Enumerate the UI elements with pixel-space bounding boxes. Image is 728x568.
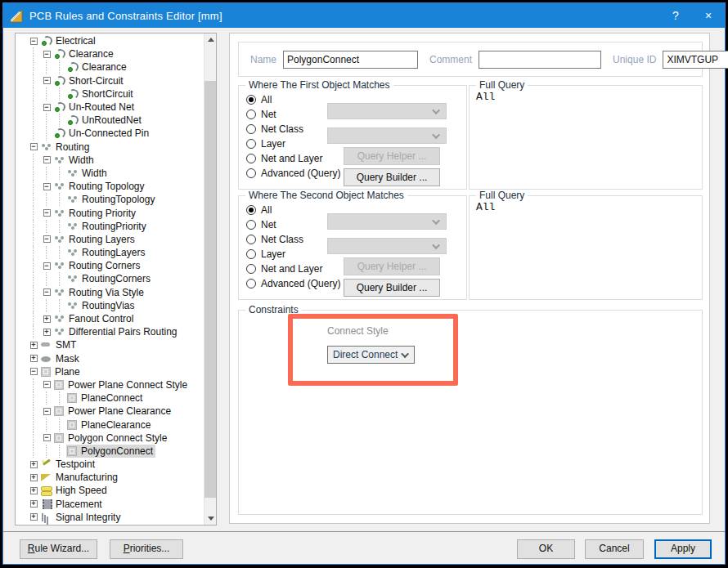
tree-item-routing-via-style[interactable]: −Routing Via Style: [27, 286, 203, 299]
tree-guide: [27, 325, 40, 338]
tree-guide: [27, 74, 40, 87]
expand-icon[interactable]: +: [40, 315, 53, 323]
collapse-icon[interactable]: −: [40, 381, 53, 388]
expand-icon[interactable]: +: [27, 342, 40, 349]
unique-id-input[interactable]: [663, 51, 728, 69]
electrical-rule-icon: [67, 62, 78, 72]
tree-item-routing-corners[interactable]: −Routing Corners: [27, 259, 203, 272]
tree-item-short-circuit[interactable]: −Short-Circuit: [27, 74, 203, 87]
priorities-button[interactable]: Priorities...: [110, 539, 183, 559]
help-button[interactable]: ?: [659, 3, 692, 28]
tree-item-routinglayers[interactable]: RoutingLayers: [27, 246, 203, 259]
second-net-dropdown[interactable]: [327, 213, 447, 230]
collapse-icon[interactable]: −: [40, 235, 53, 243]
tree-item-placement[interactable]: +Placement: [27, 498, 203, 511]
collapse-icon[interactable]: −: [40, 183, 53, 190]
close-button[interactable]: ×: [692, 3, 725, 28]
tree-item-differential-pairs-routing[interactable]: +Differential Pairs Routing: [27, 325, 203, 338]
tree-guide: [27, 167, 40, 180]
tree-item-high-speed[interactable]: +High Speed: [27, 484, 203, 497]
first-query-helper-button[interactable]: Query Helper ...: [344, 147, 440, 165]
scroll-thumb[interactable]: [204, 81, 217, 498]
collapse-icon[interactable]: −: [40, 77, 53, 84]
name-input[interactable]: [283, 51, 418, 69]
tree-item-mask[interactable]: +Mask: [27, 352, 203, 365]
tree-item-clearance[interactable]: −Clearance: [27, 47, 203, 60]
tree-item-signal-integrity[interactable]: +Signal Integrity: [27, 511, 203, 524]
tree-item-planeconnect[interactable]: PlaneConnect: [27, 391, 203, 405]
tree-item-testpoint[interactable]: +Testpoint: [27, 458, 203, 471]
second-netclass-dropdown[interactable]: [327, 238, 447, 254]
tree-item-routing[interactable]: −Routing: [27, 141, 203, 154]
collapse-icon[interactable]: −: [27, 143, 40, 150]
first-query-builder-button[interactable]: Query Builder ...: [344, 168, 440, 186]
tree-item-electrical[interactable]: −Electrical: [27, 34, 203, 47]
tree-item-routingcorners[interactable]: RoutingCorners: [27, 272, 203, 285]
second-query-helper-button[interactable]: Query Helper ...: [344, 257, 440, 275]
collapse-icon[interactable]: −: [40, 408, 53, 415]
tree-item-un-routed-net[interactable]: −Un-Routed Net: [27, 101, 203, 114]
tree-item-routingvias[interactable]: RoutingVias: [27, 299, 203, 312]
tree-scrollbar[interactable]: [204, 34, 216, 525]
expand-icon[interactable]: +: [27, 474, 40, 481]
expand-icon[interactable]: +: [27, 500, 40, 508]
collapse-icon[interactable]: −: [40, 104, 53, 111]
tree-item-routing-layers[interactable]: −Routing Layers: [27, 233, 203, 246]
tree-item-routing-topology[interactable]: −Routing Topology: [27, 180, 203, 193]
expand-icon[interactable]: +: [27, 355, 40, 362]
expand-icon[interactable]: +: [27, 487, 40, 494]
connect-style-dropdown[interactable]: Direct Connect: [327, 346, 415, 364]
collapse-icon[interactable]: −: [40, 51, 53, 58]
radio-net-and-layer[interactable]: Net and Layer: [246, 262, 340, 276]
tree-item-width[interactable]: −Width: [27, 154, 203, 167]
collapse-icon[interactable]: −: [40, 288, 53, 296]
radio-advanced-query-[interactable]: Advanced (Query): [246, 166, 340, 181]
apply-button[interactable]: Apply: [654, 539, 712, 559]
ok-button[interactable]: OK: [517, 539, 575, 559]
tree-item-routing-priority[interactable]: −Routing Priority: [27, 206, 203, 219]
tree-item-shortcircuit[interactable]: ShortCircuit: [27, 87, 203, 101]
collapse-icon[interactable]: −: [40, 434, 53, 441]
tree-guide: [40, 246, 53, 259]
first-net-dropdown[interactable]: [327, 103, 447, 119]
tree-item-polygon-connect-style[interactable]: −Polygon Connect Style: [27, 432, 203, 445]
rules-tree: −Electrical−ClearanceClearance−Short-Cir…: [16, 34, 203, 525]
routing-rule-icon: [54, 235, 65, 244]
tree-guide: [53, 167, 66, 180]
comment-input[interactable]: [479, 51, 601, 69]
rule-wizard-button[interactable]: Rule Wizard...: [20, 539, 97, 559]
expand-icon[interactable]: +: [40, 329, 53, 336]
tree-item-manufacturing[interactable]: +Manufacturing: [27, 471, 203, 484]
expand-icon[interactable]: +: [27, 461, 40, 468]
expand-icon[interactable]: +: [27, 513, 40, 521]
tree-guide: [27, 154, 40, 167]
tree-item-fanout-control[interactable]: +Fanout Control: [27, 312, 203, 325]
tree-item-plane[interactable]: −Plane: [27, 365, 203, 378]
collapse-icon[interactable]: −: [40, 156, 53, 163]
scroll-down-arrow[interactable]: [204, 512, 217, 525]
tree-item-routingtopology[interactable]: RoutingTopology: [27, 193, 203, 206]
tree-item-unroutednet[interactable]: UnRoutedNet: [27, 114, 203, 127]
tree-item-un-connected-pin[interactable]: Un-Connected Pin: [27, 127, 203, 140]
tree-item-power-plane-clearance[interactable]: −Power Plane Clearance: [27, 405, 203, 418]
tree-item-width[interactable]: Width: [27, 167, 203, 180]
tree-item-planeclearance[interactable]: PlaneClearance: [27, 418, 203, 431]
collapse-icon[interactable]: −: [27, 38, 40, 45]
tree-item-label: Fanout Control: [68, 313, 133, 324]
tree-item-routingpriority[interactable]: RoutingPriority: [27, 220, 203, 233]
second-query-builder-button[interactable]: Query Builder ...: [344, 279, 440, 297]
radio-net-and-layer[interactable]: Net and Layer: [246, 151, 340, 166]
radio-advanced-query-[interactable]: Advanced (Query): [246, 276, 340, 291]
tree-item-polygonconnect[interactable]: PolygonConnect: [27, 445, 203, 458]
first-object-match-group: Where The First Object Matches AllNetNet…: [238, 85, 467, 190]
first-netclass-dropdown[interactable]: [327, 127, 447, 144]
tree-item-power-plane-connect-style[interactable]: −Power Plane Connect Style: [27, 378, 203, 391]
highspeed-rule-icon: [41, 485, 52, 495]
tree-item-smt[interactable]: +SMT: [27, 338, 203, 351]
tree-item-clearance[interactable]: Clearance: [27, 60, 203, 74]
collapse-icon[interactable]: −: [40, 209, 53, 217]
collapse-icon[interactable]: −: [40, 262, 53, 270]
scroll-up-arrow[interactable]: [204, 34, 217, 46]
collapse-icon[interactable]: −: [27, 368, 40, 375]
cancel-button[interactable]: Cancel: [585, 539, 644, 559]
